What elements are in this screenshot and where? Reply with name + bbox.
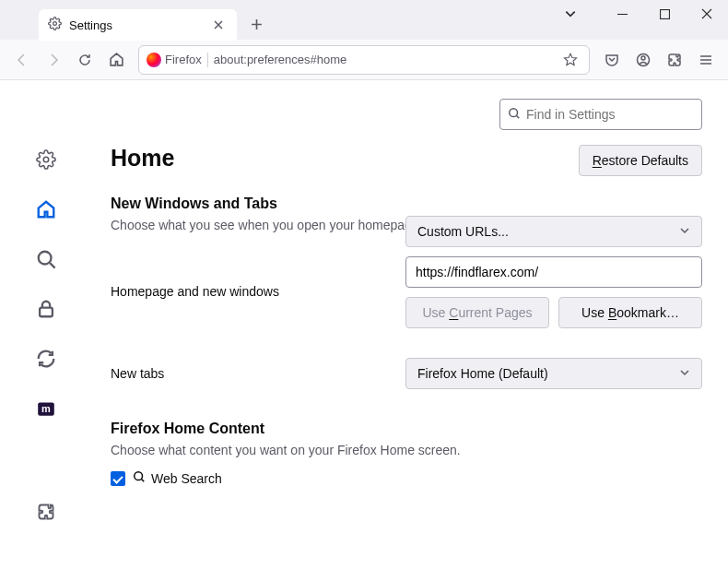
settings-content: m Restore Defaults Home New Windows and … bbox=[0, 80, 728, 569]
navigation-toolbar: Firefox about:preferences#home bbox=[0, 40, 728, 80]
bookmark-star-button[interactable] bbox=[559, 53, 581, 67]
overflow-chevron-button[interactable] bbox=[549, 0, 592, 28]
newtabs-select[interactable]: Firefox Home (Default) bbox=[405, 358, 702, 389]
svg-point-6 bbox=[39, 252, 52, 265]
use-bookmark-button[interactable]: Use Bookmark… bbox=[558, 297, 702, 328]
homepage-label: Homepage and new windows bbox=[111, 284, 405, 299]
extensions-button[interactable] bbox=[660, 45, 689, 75]
svg-rect-1 bbox=[660, 9, 669, 18]
find-input-field[interactable] bbox=[526, 107, 694, 122]
svg-text:m: m bbox=[41, 403, 51, 414]
account-button[interactable] bbox=[628, 45, 658, 75]
tab-title: Settings bbox=[69, 18, 112, 32]
menu-button[interactable] bbox=[691, 45, 721, 75]
sidebar-item-privacy[interactable] bbox=[29, 292, 63, 326]
svg-point-5 bbox=[43, 157, 49, 162]
sidebar-item-sync[interactable] bbox=[29, 342, 63, 375]
svg-point-3 bbox=[641, 56, 645, 60]
close-tab-button[interactable] bbox=[209, 16, 228, 34]
minimize-button[interactable] bbox=[601, 0, 643, 28]
sidebar-item-search[interactable] bbox=[29, 243, 63, 276]
gear-icon bbox=[48, 17, 62, 33]
url-text: about:preferences#home bbox=[214, 53, 554, 66]
close-window-button[interactable] bbox=[686, 0, 728, 28]
chevron-down-icon bbox=[679, 366, 690, 381]
pocket-button[interactable] bbox=[597, 45, 627, 75]
identity-box[interactable]: Firefox bbox=[147, 53, 208, 67]
back-button[interactable] bbox=[7, 45, 37, 75]
search-icon bbox=[508, 107, 521, 123]
identity-label: Firefox bbox=[165, 53, 202, 66]
section-title-new-windows: New Windows and Tabs bbox=[111, 196, 702, 212]
svg-point-4 bbox=[510, 108, 518, 116]
svg-point-10 bbox=[135, 472, 143, 480]
forward-button[interactable] bbox=[39, 45, 68, 75]
home-button[interactable] bbox=[101, 45, 131, 75]
homepage-select[interactable]: Custom URLs... bbox=[405, 216, 702, 247]
firefox-icon bbox=[147, 53, 161, 67]
find-in-settings-input[interactable] bbox=[499, 99, 702, 130]
settings-sidebar: m bbox=[0, 143, 92, 528]
title-bar: Settings bbox=[0, 0, 728, 40]
sidebar-item-more[interactable]: m bbox=[29, 392, 63, 425]
search-icon bbox=[133, 470, 146, 486]
reload-button[interactable] bbox=[70, 45, 100, 75]
homepage-select-value: Custom URLs... bbox=[417, 224, 509, 239]
svg-rect-7 bbox=[40, 308, 53, 317]
sidebar-item-extensions[interactable] bbox=[29, 495, 63, 528]
chevron-down-icon bbox=[679, 224, 690, 239]
settings-main: Home New Windows and Tabs Choose what yo… bbox=[111, 145, 702, 486]
use-current-pages-button[interactable]: Use Current Pages bbox=[405, 297, 549, 328]
maximize-button[interactable] bbox=[643, 0, 686, 28]
url-bar[interactable]: Firefox about:preferences#home bbox=[138, 45, 590, 75]
websearch-text: Web Search bbox=[151, 471, 222, 486]
sidebar-item-general[interactable] bbox=[29, 143, 63, 176]
page-title: Home bbox=[111, 145, 702, 172]
browser-tab-settings[interactable]: Settings bbox=[39, 9, 237, 41]
new-tab-button[interactable] bbox=[242, 10, 270, 38]
newtabs-select-value: Firefox Home (Default) bbox=[417, 366, 548, 381]
svg-point-0 bbox=[53, 22, 57, 26]
websearch-label[interactable]: Web Search bbox=[133, 470, 222, 486]
section-title-home-content: Firefox Home Content bbox=[111, 421, 702, 437]
websearch-checkbox[interactable] bbox=[111, 471, 125, 486]
sidebar-item-home[interactable] bbox=[29, 193, 63, 226]
section-desc-home-content: Choose what content you want on your Fir… bbox=[111, 443, 702, 457]
homepage-url-input[interactable] bbox=[405, 256, 702, 288]
newtabs-label: New tabs bbox=[111, 366, 405, 381]
